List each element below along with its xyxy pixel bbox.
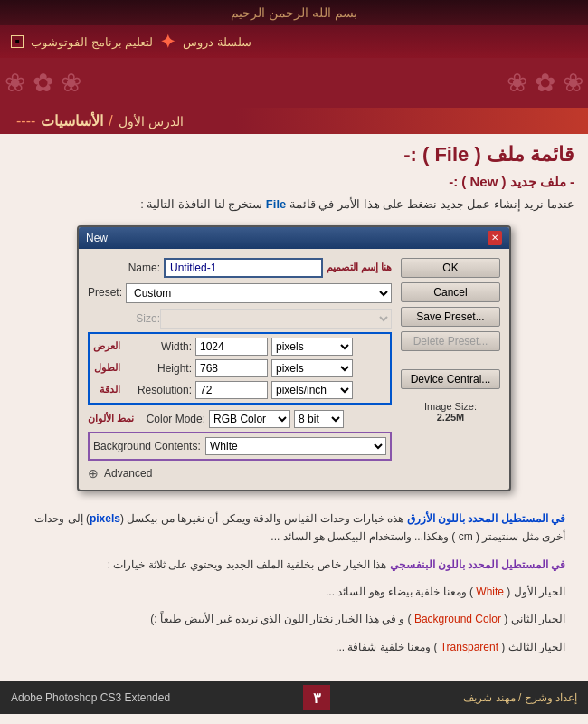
dialog-buttons: OK Cancel Save Preset... Delete Preset..… [401,258,500,481]
image-size-label: Image Size: [401,401,500,412]
dashes-icon: ---- [16,113,35,129]
page-number: ٣ [303,685,330,710]
name-hint: هنا إسم التصميم [327,262,392,273]
resolution-input[interactable] [195,381,268,399]
image-size-value: 2.25M [401,412,500,423]
new-file-dialog[interactable]: New ✕ Name: هنا إسم التصميم Preset: Cust… [77,225,511,491]
page-title: قائمة ملف ( File ) :- [14,143,574,167]
preset-row: Preset: Custom [88,283,392,303]
height-row: الطول Height: pixels cm inches [93,359,386,377]
bg-color-label: Background Color [414,613,501,625]
footer: إعداد وشرح / مهند شريف ٣ Adobe Photoshop… [0,681,588,714]
name-row: Name: هنا إسم التصميم [88,258,392,278]
series-suffix: لتعليم برنامج الفوتوشوب [31,35,153,49]
option2-rest: ) و في هذا الخيار نختار اللون الذي نريده… [150,613,414,625]
preset-select[interactable]: Custom [126,283,392,303]
colormode-label: Color Mode: [138,413,205,425]
new-heading: - ملف جديد ( New ) :- [14,174,574,190]
option1-label: الخيار الأول ( [504,586,565,598]
name-input[interactable] [164,258,323,278]
height-unit-select[interactable]: pixels cm inches [271,359,353,377]
width-ar-label: العرض [93,340,120,352]
delete-preset-button[interactable]: Delete Preset... [401,331,500,351]
device-central-button[interactable]: Device Central... [401,369,500,389]
option1-text: الخيار الأول ( White ) ومعنا خلفية بيضاء… [23,583,565,601]
height-input[interactable] [195,359,268,377]
dialog-body: Name: هنا إسم التصميم Preset: Custom Si [79,249,509,490]
size-select[interactable] [160,309,392,329]
name-label: Name: [88,262,160,274]
width-row: العرض Width: pixels cm inches [93,338,386,356]
option2-text: الخيار الثاني ( Background Color ) و في … [23,610,565,628]
resolution-unit-select[interactable]: pixels/inch pixels/cm [271,381,353,399]
series-prefix: سلسلة دروس [183,35,251,49]
purple-box-label: في المستطيل المحدد باللون البنفسجي [390,558,565,571]
size-row: Size: [88,309,392,329]
main-content: قائمة ملف ( File ) :- - ملف جديد ( New )… [0,134,588,681]
ok-button[interactable]: OK [401,258,500,278]
background-box: Background Contents: White Background Co… [88,432,392,461]
preset-label: Preset: [88,286,122,299]
cancel-button[interactable]: Cancel [401,282,500,302]
transparent-label: Transparent [441,641,498,653]
page-title-block: قائمة ملف ( File ) :- [14,143,574,167]
option1-rest: ) ومعنا خلفية بيضاء وهو السائد ... [326,586,476,598]
dimensions-box: العرض Width: pixels cm inches الطول Heig… [88,332,392,405]
blue-explanation: في المستطيل المحدد باللون الأزرق هذه خيا… [23,510,565,547]
pixels-label: pixels [90,512,120,525]
dialog-title: New [86,232,108,244]
colormode-row: نمط الألوان Color Mode: RGB Color CMYK C… [88,410,392,428]
footer-author: إعداد وشرح / مهند شريف [463,691,577,704]
resolution-ar-label: الدقة [93,384,120,395]
desc-text-cont2: ستخرج لنا النافذة التالية : [140,197,266,211]
save-preset-button[interactable]: Save Preset... [401,307,500,327]
advanced-row: ⊕ Advanced [88,466,392,481]
footer-app-name: Adobe Photoshop CS3 Extended [11,691,170,704]
width-input[interactable] [195,338,268,356]
dialog-close-button[interactable]: ✕ [488,231,502,245]
colormode-select[interactable]: RGB Color CMYK Color Grayscale [209,410,290,428]
series-logo: ✦ [160,31,175,52]
option3-rest: ) ومعنا خلفية شفافة ... [336,641,441,653]
resolution-label: Resolution: [124,384,192,396]
image-size-info: Image Size: 2.25M [401,401,500,423]
blue-box-label: في المستطيل المحدد باللون الأزرق [407,512,565,525]
blue-box-text: هذه خيارات وحدات القياس والدقة ويمكن أن … [120,512,403,525]
white-label: White [476,586,504,598]
dialog-titlebar: New ✕ [79,227,509,249]
floral-decoration [0,58,588,108]
desc-text-content: عندما نريد إنشاء عمل جديد نضغط على هذا ا… [286,197,574,211]
bismillah-bar: بسم الله الرحمن الرحيم [0,0,588,25]
bismillah-text: بسم الله الرحمن الرحيم [231,5,357,20]
advanced-expand-icon[interactable]: ⊕ [88,466,99,481]
colormode-ar-label: نمط الألوان [88,413,134,424]
size-label: Size: [88,312,160,325]
file-highlight: File [266,197,286,211]
resolution-row: الدقة Resolution: pixels/inch pixels/cm [93,381,386,399]
explanation-section: في المستطيل المحدد باللون الأزرق هذه خيا… [14,502,574,672]
bg-label: Background Contents: [93,440,202,452]
option3-label: الخيار الثالث ( [498,641,565,653]
option3-text: الخيار الثالث ( Transparent ) ومعنا خلفي… [23,638,565,656]
option2-label: الخيار الثاني ( [501,613,565,625]
series-bar: سلسلة دروس ✦ لتعليم برنامج الفوتوشوب ▪ [0,25,588,58]
purple-box-text: هذا الخيار خاص بخلفية الملف الجديد ويحتو… [108,558,387,571]
purple-explanation: في المستطيل المحدد باللون البنفسجي هذا ا… [23,556,565,574]
width-label: Width: [124,340,192,353]
height-label: Height: [124,362,192,375]
new-description: عندما نريد إنشاء عمل جديد نضغط على هذا ا… [14,195,574,214]
dialog-form: Name: هنا إسم التصميم Preset: Custom Si [88,258,392,481]
bit-depth-select[interactable]: 8 bit 16 bit [294,410,344,428]
bg-select[interactable]: White Background Color Transparent [205,437,386,455]
height-ar-label: الطول [93,362,120,374]
lesson-label: الدرس الأول [119,114,184,129]
lesson-chapter: الأساسيات [41,112,103,129]
advanced-label: Advanced [104,467,152,480]
series-checkbox-icon: ▪ [11,35,24,48]
width-unit-select[interactable]: pixels cm inches [271,338,353,356]
lesson-bar: الدرس الأول / الأساسيات ---- [0,108,588,134]
lesson-sep: / [109,113,112,129]
bg-row: Background Contents: White Background Co… [93,437,386,455]
